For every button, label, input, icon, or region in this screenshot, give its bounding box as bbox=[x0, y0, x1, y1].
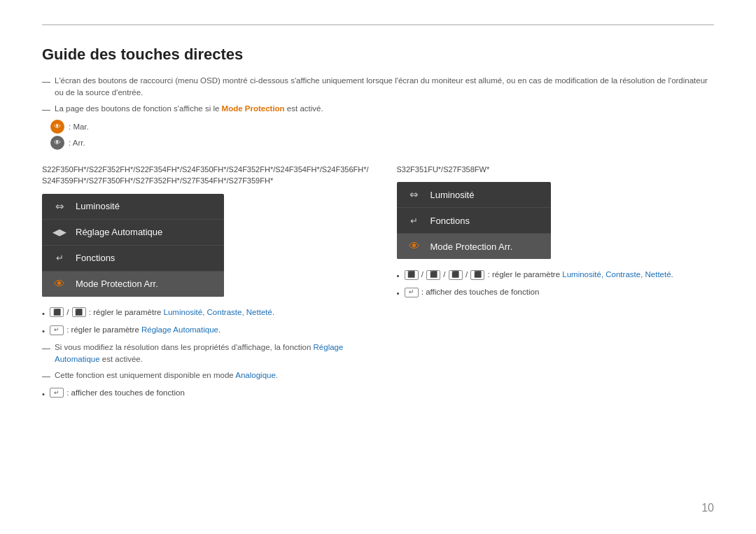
eye-orange-symbol-left: 👁 bbox=[54, 278, 65, 290]
right-model-text: S32F351FU*/S27F358FW* bbox=[397, 165, 490, 174]
left-section: S22F350FH*/S22F352FH*/S22F354FH*/S24F350… bbox=[42, 164, 369, 405]
arrows-small-icon-left: ◀▶ bbox=[52, 226, 67, 239]
dash-4: — bbox=[42, 370, 50, 383]
left-bullet-3-text: ↵ : afficher des touches de fonction bbox=[49, 387, 185, 399]
left-models: S22F350FH*/S22F352FH*/S22F354FH*/S24F350… bbox=[42, 164, 369, 187]
right-bullets: • ⬛ / ⬛ / ⬛ / ⬛ : régler le paramètre Lu… bbox=[397, 269, 714, 300]
right-bullet-2-text: ↵ : afficher des touches de fonction bbox=[404, 286, 540, 298]
left-note-4: — Cette fonction est uniquement disponib… bbox=[42, 370, 369, 383]
left-bullet-1: • ⬛ / ⬛ : régler le paramètre Luminosité… bbox=[42, 307, 369, 320]
dash-3: — bbox=[42, 342, 50, 355]
menu-item-luminosite-left: ⇔ Luminosité bbox=[42, 194, 224, 220]
note-2: — La page des boutons de fonction s'affi… bbox=[42, 103, 714, 116]
menu-item-reglage-left: ◀▶ Réglage Automatique bbox=[42, 220, 224, 246]
analogique-link: Analogique bbox=[235, 371, 276, 379]
icon-legend-on: 👁 : Mar. bbox=[50, 120, 714, 134]
note-1-text: L'écran des boutons de raccourci (menu O… bbox=[55, 75, 714, 99]
icon-on: 👁 bbox=[50, 120, 64, 134]
btn-arrows-icon-2: ⬛ bbox=[72, 307, 86, 317]
arrows-left-symbol: ⇔ bbox=[55, 200, 64, 213]
eye-orange-icon-left: 👁 bbox=[52, 278, 67, 290]
mode-protection-label-left: Mode Protection Arr. bbox=[76, 279, 158, 289]
left-bullets: • ⬛ / ⬛ : régler le paramètre Luminosité… bbox=[42, 307, 369, 400]
right-bullet-1: • ⬛ / ⬛ / ⬛ / ⬛ : régler le paramètre Lu… bbox=[397, 269, 714, 282]
menu-item-mode-protection-left: 👁 Mode Protection Arr. bbox=[42, 272, 224, 297]
right-bullet-1-text: ⬛ / ⬛ / ⬛ / ⬛ : régler le paramètre Lumi… bbox=[404, 269, 673, 281]
btn-enter-icon: ↵ bbox=[50, 325, 64, 335]
arrows-icon-right: ⇔ bbox=[407, 188, 422, 201]
right-section: S32F351FU*/S27F358FW* ⇔ Luminosité ↵ Fon… bbox=[397, 164, 714, 405]
reglage-label-left: Réglage Automatique bbox=[76, 227, 162, 237]
right-bullet-2: • ↵ : afficher des touches de fonction bbox=[397, 286, 714, 300]
dash-icon-2: — bbox=[42, 104, 50, 116]
right-models: S32F351FU*/S27F358FW* bbox=[397, 164, 714, 176]
menu-item-fonctions-left: ↵ Fonctions bbox=[42, 246, 224, 272]
right-btn-arrows-2: ⬛ bbox=[426, 270, 440, 280]
menu-item-mode-protection-right: 👁 Mode Protection Arr. bbox=[397, 234, 551, 259]
left-bullet-3: • ↵ : afficher des touches de fonction bbox=[42, 387, 369, 400]
eye-orange-symbol-right: 👁 bbox=[409, 240, 420, 253]
right-bullet-dot-2: • bbox=[397, 288, 400, 300]
icon-off: 👁 bbox=[50, 136, 64, 150]
left-bullet-2-text: ↵ : régler le paramètre Réglage Automati… bbox=[49, 324, 220, 336]
bullet-dot-1: • bbox=[42, 308, 45, 320]
note-1: — L'écran des boutons de raccourci (menu… bbox=[42, 75, 714, 99]
top-divider bbox=[42, 24, 714, 25]
page-number: 10 bbox=[701, 502, 714, 514]
arrows-small-symbol: ◀▶ bbox=[52, 227, 66, 237]
menu-item-luminosite-right: ⇔ Luminosité bbox=[397, 182, 551, 208]
enter-symbol-right: ↵ bbox=[410, 216, 418, 226]
enter-icon-left: ↵ bbox=[52, 252, 67, 265]
right-bullet-dot-1: • bbox=[397, 270, 400, 282]
icon-legend-off: 👁 : Arr. bbox=[50, 136, 714, 150]
reglage-auto-link: Réglage Automatique bbox=[141, 325, 218, 334]
bullet-dot-2: • bbox=[42, 325, 45, 337]
page-title: Guide des touches directes bbox=[42, 45, 714, 64]
fonctions-label-right: Fonctions bbox=[430, 216, 470, 226]
bullet-dot-3: • bbox=[42, 388, 45, 400]
main-sections: S22F350FH*/S22F352FH*/S22F354FH*/S24F350… bbox=[42, 164, 714, 405]
btn-arrows-icon: ⬛ bbox=[50, 307, 64, 317]
right-btn-arrows-4: ⬛ bbox=[470, 270, 484, 280]
right-osd-menu: ⇔ Luminosité ↵ Fonctions 👁 Mode Prot bbox=[397, 182, 551, 259]
luminosite-link: Luminosité, Contraste, Netteté bbox=[164, 308, 272, 316]
mode-protection-label-right: Mode Protection Arr. bbox=[430, 241, 513, 252]
menu-item-fonctions-right: ↵ Fonctions bbox=[397, 208, 551, 234]
note-2-text: La page des boutons de fonction s'affich… bbox=[55, 103, 323, 115]
left-note-4-text: Cette fonction est uniquement disponible… bbox=[55, 370, 278, 381]
fonctions-label-left: Fonctions bbox=[76, 253, 115, 263]
left-bullet-2: • ↵ : régler le paramètre Réglage Automa… bbox=[42, 324, 369, 337]
luminosite-label-left: Luminosité bbox=[76, 201, 120, 211]
left-note-3: — Si vous modifiez la résolution dans le… bbox=[42, 342, 369, 366]
btn-enter-icon-2: ↵ bbox=[50, 388, 64, 398]
reglage-auto-link-2: Réglage Automatique bbox=[55, 343, 343, 363]
enter-symbol-left: ↵ bbox=[56, 253, 64, 263]
left-osd-menu: ⇔ Luminosité ◀▶ Réglage Automatique ↵ bbox=[42, 194, 224, 297]
right-btn-arrows-1: ⬛ bbox=[405, 270, 419, 280]
eye-orange-icon-right: 👁 bbox=[407, 240, 422, 253]
luminosite-label-right: Luminosité bbox=[430, 190, 475, 200]
left-bullet-1-text: ⬛ / ⬛ : régler le paramètre Luminosité, … bbox=[49, 307, 274, 318]
enter-icon-right: ↵ bbox=[407, 214, 422, 227]
right-btn-arrows-3: ⬛ bbox=[449, 270, 463, 280]
dash-icon: — bbox=[42, 76, 50, 88]
left-note-3-text: Si vous modifiez la résolution dans les … bbox=[55, 342, 369, 366]
eye-off-icon: 👁 bbox=[54, 139, 61, 146]
right-luminosite-link: Luminosité, Contraste, Netteté bbox=[562, 270, 671, 279]
arrows-icon-left: ⇔ bbox=[52, 200, 67, 213]
arrows-right-symbol: ⇔ bbox=[410, 188, 419, 201]
right-btn-enter: ↵ bbox=[405, 288, 419, 297]
eye-on-icon: 👁 bbox=[54, 122, 61, 130]
left-model-text: S22F350FH*/S22F352FH*/S22F354FH*/S24F350… bbox=[42, 165, 369, 185]
mode-protection-link: Mode Protection bbox=[222, 104, 285, 113]
